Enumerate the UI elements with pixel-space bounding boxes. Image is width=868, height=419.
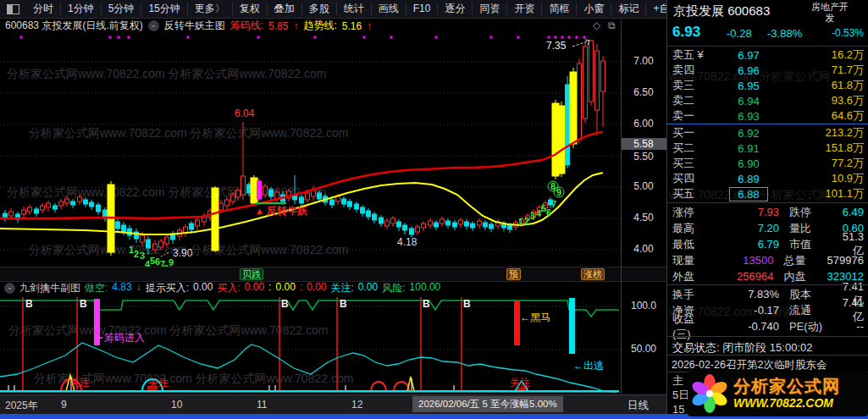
toolbar: 分时1分钟5分钟15分钟更多〉复权叠加多股统计画线F10逐分同资开资简框小窗标记… <box>0 0 666 19</box>
sell-row[interactable]: 卖二6.9493.6万 <box>667 93 868 108</box>
logo-url: WWW.70822.COM <box>733 396 840 411</box>
buy-row[interactable]: 买五6.88101.1万 <box>667 186 868 201</box>
sub-chart-header: ⌄ 九剑擒牛副图 做空:4.83↓提示买入:0.00买入:0.00:0.00:0… <box>0 281 671 295</box>
buy-row[interactable]: 买四6.8910.9万 <box>667 171 868 186</box>
indicator-line1-label: 筹码线: <box>230 19 263 33</box>
panel-divider <box>667 355 868 356</box>
svg-text:B: B <box>423 298 430 310</box>
stat-row: 涨停7.93跌停6.49 <box>667 204 868 220</box>
axis-divider <box>621 18 622 413</box>
watermark-logo: 分析家公式网 WWW.70822.COM <box>688 371 868 416</box>
sub-indicator-token: : <box>268 281 271 295</box>
svg-text:←出逃: ←出逃 <box>573 360 604 372</box>
time-axis-label: 9 <box>61 399 67 411</box>
svg-text:B: B <box>281 298 289 310</box>
svg-text:3.90: 3.90 <box>173 247 193 259</box>
sub-indicator-token: 0.00 <box>245 281 264 295</box>
buy-row[interactable]: 买一6.92213.2万 <box>667 125 868 141</box>
svg-text:6.04: 6.04 <box>235 108 255 119</box>
diamond-marker-icon[interactable]: ◇ <box>593 19 600 31</box>
svg-text:4.18: 4.18 <box>397 236 417 248</box>
toolbar-item-6[interactable]: 叠加 <box>268 3 302 15</box>
svg-text:2: 2 <box>524 216 529 226</box>
main-candlestick-chart[interactable]: 分析家公式网www.70822.com 分析家公式网www.70822.com分… <box>0 34 621 267</box>
marker-tag[interactable]: 涨榜 <box>581 268 605 280</box>
price-axis-label: 100.0 <box>621 300 666 311</box>
svg-text:B: B <box>80 298 87 310</box>
sub-indicator-token: 做空: <box>85 281 108 295</box>
sell-row[interactable]: 卖三6.9561.8万 <box>667 78 868 93</box>
toolbar-item-5[interactable]: 复权 <box>233 3 268 15</box>
svg-text:关注: 关注 <box>148 377 169 389</box>
svg-text:2: 2 <box>134 249 139 259</box>
sub-indicator-token: 风险: <box>382 281 405 295</box>
buy-queue: 买一6.92213.2万买二6.91151.8万买三6.9077.2万买四6.8… <box>667 125 868 201</box>
main-indicator-name[interactable]: 反转牛妖主图 <box>164 19 225 33</box>
svg-text:7: 7 <box>551 199 556 209</box>
toolbar-item-7[interactable]: 多股 <box>302 3 337 15</box>
stats-block-1: 涨停7.93跌停6.49最高7.20量比0.60最低6.79市值51.3亿现量1… <box>667 204 868 284</box>
price-axis-label: 4.50 <box>621 212 666 223</box>
sell-row[interactable]: 卖四6.9671.7万 <box>667 63 868 78</box>
sub-indicator-token: 100.00 <box>410 281 441 295</box>
price-axis: 7.006.506.005.585.505.004.504.00100.050.… <box>621 0 666 419</box>
toolbar-item-12[interactable]: 同资 <box>473 3 507 15</box>
panel-divider <box>667 284 868 285</box>
quote-panel: www.70822.com 分析家公式网 www.70822.com 分析家公式… <box>666 0 868 419</box>
toolbar-item-14[interactable]: 简框 <box>542 3 577 15</box>
svg-text:B: B <box>340 298 347 310</box>
industry-label[interactable]: 房地产开发 <box>794 2 865 24</box>
panel-row-fragment: 主 <box>672 373 683 389</box>
logo-title: 分析家公式网 <box>733 377 840 396</box>
svg-text:筹码进入: 筹码进入 <box>104 332 145 344</box>
period-label[interactable]: 日线 <box>628 399 649 413</box>
chart-divider-bar[interactable]: 贝跌预涨榜 <box>0 267 666 282</box>
panel-divider <box>667 46 868 47</box>
buy-row[interactable]: 买三6.9077.2万 <box>667 156 868 171</box>
toolbar-item-1[interactable]: 1分钟 <box>61 3 102 15</box>
toolbar-item-10[interactable]: F10 <box>406 3 439 15</box>
buy-row[interactable]: 买二6.91151.8万 <box>667 141 868 156</box>
price-axis-label: 4.00 <box>621 243 666 255</box>
svg-text:B: B <box>463 298 471 310</box>
chart-symbol-title: 600683 京投发展(日线.前复权) <box>5 19 143 33</box>
sell-row[interactable]: 卖一6.9364.6万 <box>667 108 868 124</box>
current-date-label: 2026/02/06/五 5 至今涨幅5.00% <box>412 396 563 412</box>
sub-indicator-token: 提示买入: <box>146 281 189 295</box>
svg-text:分析家公式网www.70822.com 分析家公式网www.: 分析家公式网www.70822.com 分析家公式网www.70822.com <box>7 67 326 80</box>
toolbar-item-3[interactable]: 15分钟 <box>141 3 187 15</box>
toolbar-item-2[interactable]: 5分钟 <box>102 3 142 15</box>
up-arrow-icon: ↑ <box>293 20 298 32</box>
chevron-down-icon[interactable]: ⌄ <box>148 20 159 31</box>
window-layout-icon[interactable] <box>7 4 19 14</box>
toolbar-item-9[interactable]: 画线 <box>372 3 406 15</box>
svg-text:3: 3 <box>530 211 535 221</box>
sub-indicator-name[interactable]: 九剑擒牛副图 <box>19 281 80 295</box>
marker-tag[interactable]: 贝跌 <box>240 268 263 280</box>
toolbar-item-13[interactable]: 开资 <box>507 3 542 15</box>
stock-name-code: 京投发展 600683 <box>673 3 770 19</box>
sub-indicator-token: 0.00 <box>358 281 378 295</box>
sub-indicator-chart[interactable]: 分析家公式网www.70822.com 分析家公式网www.70822.com分… <box>0 295 621 394</box>
stat-row: 收益(三)-0.740PE(动)-- <box>667 318 868 334</box>
price-axis-label: 5.58 <box>621 138 666 150</box>
main-chart-header: 600683 京投发展(日线.前复权) ⌄ 反转牛妖主图 筹码线: 5.85 ↑… <box>0 18 626 34</box>
price-axis-label: 50.00 <box>621 343 666 355</box>
toolbar-item-4[interactable]: 更多〉 <box>188 3 233 15</box>
toolbar-item-15[interactable]: 小窗 <box>577 3 611 15</box>
toolbar-item-0[interactable]: 分时 <box>26 3 61 15</box>
chevron-down-icon[interactable]: ⌄ <box>4 283 15 294</box>
sub-indicator-values: 做空:4.83↓提示买入:0.00买入:0.00:0.00:0.00关注:0.0… <box>85 281 440 295</box>
sell-row[interactable]: 卖五 ¥6.9716.2万 <box>667 47 868 63</box>
svg-text:分析家公式网www.70822.com 分析家公式网www.: 分析家公式网www.70822.com 分析家公式网www.70822.com <box>29 126 348 140</box>
toolbar-item-11[interactable]: 逐分 <box>438 3 473 15</box>
sub-indicator-token: 买入: <box>217 281 240 295</box>
marker-tag[interactable]: 预 <box>506 268 521 280</box>
svg-text:反转牛妖: 反转牛妖 <box>266 205 308 217</box>
price-axis-label: 6.00 <box>621 118 666 130</box>
sub-indicator-token: : <box>300 281 302 295</box>
sub-indicator-token: 0.00 <box>275 281 295 295</box>
toolbar-item-8[interactable]: 统计 <box>337 3 372 15</box>
svg-text:9: 9 <box>169 257 174 267</box>
small-window-icon[interactable]: ⧉ <box>608 19 616 31</box>
